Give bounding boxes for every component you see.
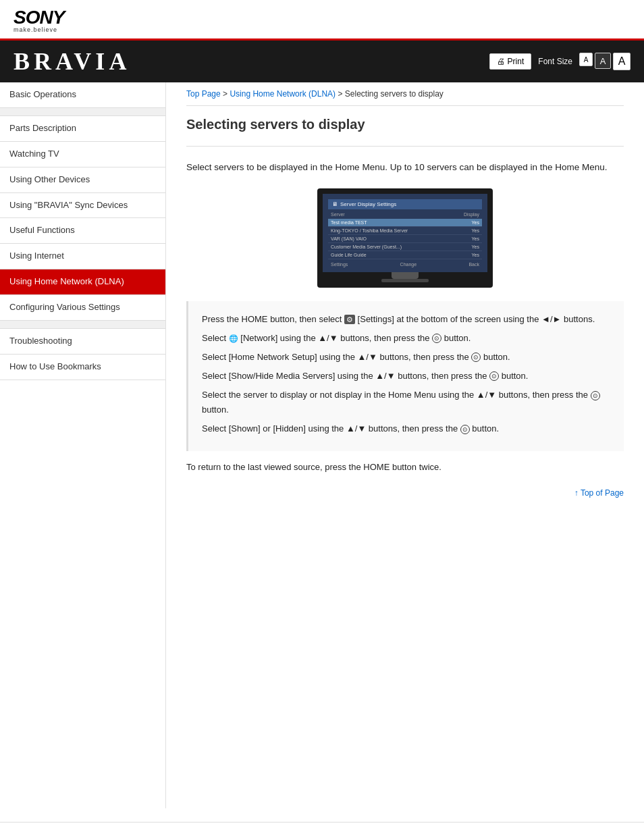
tv-row-3: VAR (SAN) VAIO Yes: [328, 235, 482, 243]
step-2: Select 🌐 [Network] using the ▲/▼ buttons…: [202, 331, 610, 346]
intro-section: Select servers to be displayed in the Ho…: [186, 160, 624, 175]
top-of-page-link[interactable]: ↑ Top of Page: [574, 488, 624, 498]
sidebar-item-configuring-settings[interactable]: Configuring Various Settings: [0, 295, 165, 321]
note-text: To return to the last viewed source, pre…: [186, 462, 624, 472]
tv-screen: 🖥 Server Display Settings Server Display…: [323, 194, 487, 272]
step-5: Select the server to display or not disp…: [202, 388, 610, 417]
tv-col-display: Display: [464, 212, 479, 217]
step-1: Press the HOME button, then select ⚙ [Se…: [202, 312, 610, 327]
sony-tagline: make.believe: [14, 27, 630, 33]
page-title: Selecting servers to display: [186, 117, 624, 132]
font-size-label: Font Size: [538, 57, 572, 66]
top-bar: SONY make.believe: [0, 0, 644, 41]
tv-screenshot: 🖥 Server Display Settings Server Display…: [317, 188, 493, 288]
tv-col-server: Server: [331, 212, 345, 217]
sidebar-item-parts-description[interactable]: Parts Description: [0, 116, 165, 142]
tv-row-4: Customer Media Server (Guest...) Yes: [328, 243, 482, 251]
main-layout: Basic Operations Parts Description Watch…: [0, 82, 644, 808]
step-4: Select [Show/Hide Media Servers] using t…: [202, 369, 610, 384]
note-section: To return to the last viewed source, pre…: [186, 462, 624, 472]
top-of-page: ↑ Top of Page: [186, 488, 624, 498]
breadcrumb: Top Page > Using Home Network (DLNA) > S…: [186, 82, 624, 106]
sidebar-item-useful-functions[interactable]: Useful Functions: [0, 218, 165, 244]
instructions-section: Press the HOME button, then select ⚙ [Se…: [186, 301, 624, 452]
sidebar-item-using-internet[interactable]: Using Internet: [0, 244, 165, 269]
sidebar-item-how-to-use-bookmarks[interactable]: How to Use Bookmarks: [0, 355, 165, 380]
step-3: Select [Home Network Setup] using the ▲/…: [202, 350, 610, 365]
sidebar-separator-2: [0, 321, 165, 329]
intro-text: Select servers to be displayed in the Ho…: [186, 160, 624, 175]
font-size-medium-button[interactable]: A: [595, 53, 611, 69]
sidebar-item-watching-tv[interactable]: Watching TV: [0, 142, 165, 167]
font-size-small-button[interactable]: A: [579, 53, 593, 66]
page-title-area: Selecting servers to display: [186, 117, 624, 147]
sidebar-item-using-other-devices[interactable]: Using Other Devices: [0, 167, 165, 193]
sidebar: Basic Operations Parts Description Watch…: [0, 82, 166, 808]
step-6: Select [Shown] or [Hidden] using the ▲/▼…: [202, 421, 610, 436]
page-footer: © 2012 Sony Corporation Trademark Inform…: [0, 822, 644, 834]
breadcrumb-parent[interactable]: Using Home Network (DLNA): [230, 89, 336, 99]
font-size-controls: A A A: [579, 53, 630, 70]
main-content: Top Page > Using Home Network (DLNA) > S…: [166, 82, 644, 808]
bravia-controls: 🖨 Print Font Size A A A: [489, 53, 630, 70]
tv-screen-title: Server Display Settings: [340, 201, 396, 207]
breadcrumb-sep2: >: [336, 89, 345, 99]
print-icon: 🖨: [497, 57, 505, 66]
sidebar-item-using-home-network[interactable]: Using Home Network (DLNA): [0, 269, 165, 295]
tv-stand: [392, 272, 419, 279]
bravia-bar: BRAVIA 🖨 Print Font Size A A A: [0, 41, 644, 82]
sidebar-item-basic-operations[interactable]: Basic Operations: [0, 82, 165, 108]
breadcrumb-sep1: >: [221, 89, 230, 99]
breadcrumb-top[interactable]: Top Page: [186, 89, 221, 99]
bravia-title: BRAVIA: [14, 47, 130, 76]
tv-screen-header: 🖥 Server Display Settings: [328, 199, 482, 209]
font-size-large-button[interactable]: A: [613, 53, 630, 70]
print-label: Print: [508, 57, 525, 66]
tv-screen-footer: Settings Change Back: [328, 262, 482, 267]
sidebar-item-bravia-sync[interactable]: Using "BRAVIA" Sync Devices: [0, 193, 165, 219]
tv-row-1: Test media TEST Yes: [328, 219, 482, 227]
tv-base: [381, 279, 429, 282]
sony-wordmark: SONY: [14, 8, 630, 27]
tv-row-2: King-TOKYO / Toshiba Media Server Yes: [328, 227, 482, 235]
tv-screen-columns: Server Display: [328, 212, 482, 217]
sidebar-item-troubleshooting[interactable]: Troubleshooting: [0, 329, 165, 355]
print-button[interactable]: 🖨 Print: [489, 53, 532, 70]
sony-logo: SONY make.believe: [14, 8, 630, 33]
sidebar-separator-1: [0, 108, 165, 116]
tv-row-5: Guide Life Guide Yes: [328, 251, 482, 259]
breadcrumb-current: Selecting servers to display: [345, 89, 444, 99]
